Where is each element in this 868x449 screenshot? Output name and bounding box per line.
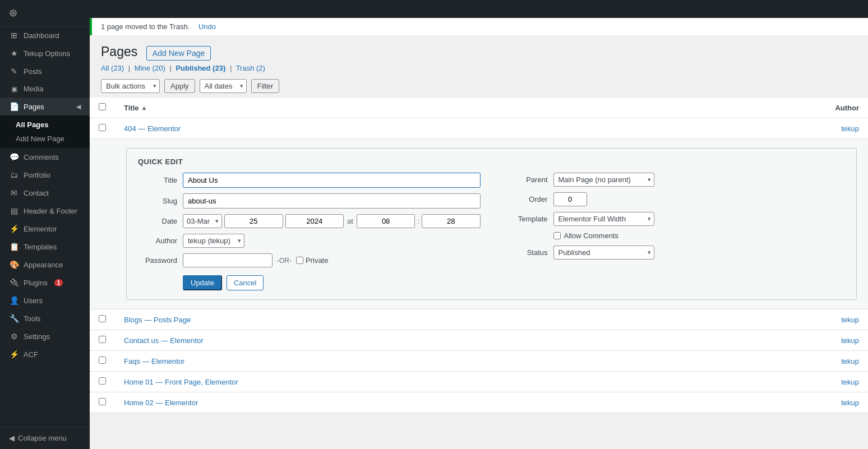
title-input[interactable] bbox=[183, 173, 481, 188]
sidebar-item-templates[interactable]: 📋 Templates bbox=[0, 238, 90, 256]
hour-input[interactable] bbox=[357, 214, 415, 228]
sidebar-item-portfolio[interactable]: 🗂 Portfolio bbox=[0, 166, 90, 184]
order-input[interactable] bbox=[553, 192, 587, 206]
main-content: 1 page moved to the Trash. Undo Pages Ad… bbox=[90, 0, 868, 449]
parent-label: Parent bbox=[503, 175, 548, 184]
sidebar-sub-all-pages[interactable]: All Pages bbox=[0, 118, 90, 132]
table-row: Home 01 — Front Page, Elementor tekup bbox=[90, 372, 868, 392]
sidebar-item-label: Dashboard bbox=[24, 31, 59, 40]
collapse-menu-label: Collapse menu bbox=[18, 434, 67, 442]
sidebar-item-label: Plugins bbox=[24, 279, 48, 287]
add-new-page-button[interactable]: Add New Page bbox=[146, 46, 211, 61]
table-row: Faqs — Elementor tekup bbox=[90, 351, 868, 372]
sidebar-item-label: Comments bbox=[24, 153, 59, 161]
template-select[interactable]: Elementor Full Width Default Template El… bbox=[553, 212, 654, 226]
quick-edit-checkbox-col bbox=[90, 139, 115, 309]
sidebar-item-users[interactable]: 👤 Users bbox=[0, 291, 90, 309]
row-title-col: Home 02 — Elementor bbox=[115, 392, 801, 413]
wp-logo: ⊛ bbox=[0, 0, 90, 26]
template-select-wrap: Elementor Full Width Default Template El… bbox=[553, 212, 654, 226]
year-input[interactable] bbox=[285, 214, 344, 228]
private-checkbox[interactable] bbox=[296, 257, 303, 264]
allow-comments-checkbox[interactable] bbox=[553, 232, 561, 239]
sidebar-item-pages[interactable]: 📄 Pages ◀ bbox=[0, 98, 90, 115]
password-input[interactable] bbox=[183, 253, 273, 267]
author-select[interactable]: tekup (tekup) bbox=[183, 234, 244, 248]
bulk-actions-select[interactable]: Bulk actions bbox=[101, 79, 160, 93]
row-checkbox-col bbox=[90, 372, 115, 392]
sidebar-item-plugins[interactable]: 🔌 Plugins 1 bbox=[0, 274, 90, 291]
filter-published[interactable]: Published (23) bbox=[176, 64, 225, 72]
row-author-col: tekup bbox=[801, 351, 868, 372]
page-title-link[interactable]: Faqs — Elementor bbox=[124, 357, 184, 365]
sidebar-item-elementor[interactable]: ⚡ Elementor bbox=[0, 220, 90, 238]
tools-icon: 🔧 bbox=[9, 314, 19, 323]
sidebar-item-acf[interactable]: ⚡ ACF bbox=[0, 345, 90, 363]
sidebar-item-header-footer[interactable]: ▤ Header & Footer bbox=[0, 202, 90, 220]
sidebar-sub-add-new-page[interactable]: Add New Page bbox=[0, 132, 90, 146]
day-input[interactable] bbox=[224, 214, 283, 228]
page-title: Pages bbox=[101, 44, 137, 59]
row-checkbox[interactable] bbox=[99, 124, 106, 131]
author-link[interactable]: tekup bbox=[841, 316, 859, 324]
undo-link[interactable]: Undo bbox=[198, 22, 216, 31]
collapse-menu-button[interactable]: ◀ Collapse menu bbox=[0, 427, 90, 449]
filter-all[interactable]: All (23) bbox=[101, 64, 124, 72]
status-select[interactable]: Published Draft Pending Review Private bbox=[553, 246, 654, 260]
sidebar-item-label: Elementor bbox=[24, 225, 57, 233]
sidebar-item-contact[interactable]: ✉ Contact bbox=[0, 184, 90, 202]
author-link[interactable]: tekup bbox=[841, 336, 859, 345]
row-checkbox[interactable] bbox=[99, 377, 106, 385]
apply-button[interactable]: Apply bbox=[164, 79, 195, 93]
sidebar-item-tools[interactable]: 🔧 Tools bbox=[0, 309, 90, 327]
month-select[interactable]: 03-Mar bbox=[183, 214, 222, 228]
page-title-link[interactable]: Home 02 — Elementor bbox=[124, 399, 198, 407]
row-checkbox-col bbox=[90, 309, 115, 330]
date-label: Date bbox=[138, 217, 177, 225]
sidebar-item-tekup-options[interactable]: ★ Tekup Options bbox=[0, 44, 90, 62]
all-dates-select[interactable]: All dates bbox=[200, 79, 247, 93]
sidebar-item-dashboard[interactable]: ⊞ Dashboard bbox=[0, 26, 90, 44]
title-field: Title bbox=[138, 173, 481, 188]
select-all-checkbox[interactable] bbox=[99, 103, 106, 110]
slug-input[interactable] bbox=[183, 193, 481, 209]
parent-field: Parent Main Page (no parent) bbox=[503, 173, 846, 187]
author-link[interactable]: tekup bbox=[841, 357, 859, 365]
author-link[interactable]: tekup bbox=[841, 399, 859, 407]
allow-comments-field: Allow Comments bbox=[503, 232, 846, 240]
date-field: Date 03-Mar bbox=[138, 214, 481, 228]
row-author-col: tekup bbox=[801, 309, 868, 330]
appearance-icon: 🎨 bbox=[9, 260, 19, 269]
row-checkbox[interactable] bbox=[99, 315, 106, 322]
sidebar-item-settings[interactable]: ⚙ Settings bbox=[0, 327, 90, 345]
author-link[interactable]: tekup bbox=[841, 378, 859, 386]
filter-trash[interactable]: Trash (2) bbox=[236, 64, 265, 72]
sidebar-item-appearance[interactable]: 🎨 Appearance bbox=[0, 256, 90, 274]
author-link[interactable]: tekup bbox=[841, 124, 859, 133]
row-checkbox[interactable] bbox=[99, 357, 106, 364]
sidebar-item-comments[interactable]: 💬 Comments bbox=[0, 148, 90, 166]
cancel-button[interactable]: Cancel bbox=[227, 275, 264, 290]
table-row: Home 02 — Elementor tekup bbox=[90, 392, 868, 413]
page-title-link[interactable]: Home 01 — Front Page, Elementor bbox=[124, 378, 238, 386]
row-title-col: Blogs — Posts Page bbox=[115, 309, 801, 330]
trash-notice: 1 page moved to the Trash. Undo bbox=[90, 18, 868, 35]
sidebar-item-label: Users bbox=[24, 297, 43, 305]
filter-button[interactable]: Filter bbox=[251, 79, 280, 93]
time-sep: : bbox=[417, 217, 419, 225]
page-title-link[interactable]: 404 — Elementor bbox=[124, 124, 181, 133]
row-checkbox[interactable] bbox=[99, 336, 106, 343]
page-title-link[interactable]: Blogs — Posts Page bbox=[124, 316, 191, 324]
sidebar-item-media[interactable]: ▣ Media bbox=[0, 80, 90, 98]
page-title-link[interactable]: Contact us — Elementor bbox=[124, 336, 204, 345]
filter-links-bar: All (23) | Mine (20) | Published (23) | … bbox=[90, 64, 868, 79]
minute-input[interactable] bbox=[422, 214, 481, 228]
sidebar-item-posts[interactable]: ✎ Posts bbox=[0, 62, 90, 80]
order-label: Order bbox=[503, 195, 548, 203]
filter-mine[interactable]: Mine (20) bbox=[135, 64, 165, 72]
allow-comments-label: Allow Comments bbox=[564, 232, 619, 240]
update-button[interactable]: Update bbox=[183, 275, 222, 290]
row-checkbox[interactable] bbox=[99, 398, 106, 405]
parent-select[interactable]: Main Page (no parent) bbox=[553, 173, 654, 187]
all-dates-wrap: All dates bbox=[200, 79, 247, 93]
